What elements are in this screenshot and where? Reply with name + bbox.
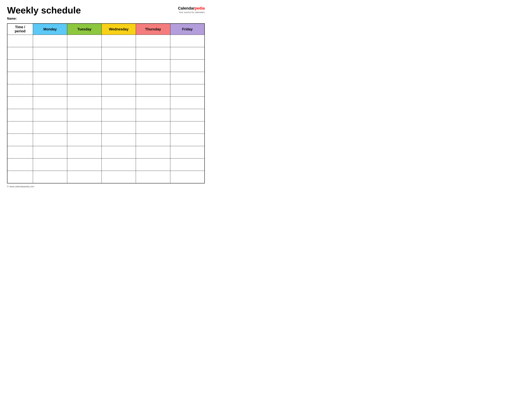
cell-row6-col1[interactable] [7, 97, 33, 109]
cell-row5-col3[interactable] [67, 84, 102, 97]
cell-row9-col5[interactable] [136, 134, 170, 146]
cell-row1-col2[interactable] [33, 35, 67, 47]
table-row [7, 109, 205, 121]
table-row [7, 158, 205, 171]
footer-text: © www.calendarpedia.com [7, 185, 34, 188]
table-row [7, 171, 205, 183]
cell-row9-col6[interactable] [170, 134, 205, 146]
cell-row5-col5[interactable] [136, 84, 170, 97]
logo-calendar: Calendar [178, 6, 195, 10]
cell-row5-col1[interactable] [7, 84, 33, 97]
cell-row3-col5[interactable] [136, 59, 170, 72]
cell-row7-col6[interactable] [170, 109, 205, 121]
cell-row12-col5[interactable] [136, 171, 170, 183]
col-header-wednesday: Wednesday [101, 24, 136, 35]
cell-row11-col5[interactable] [136, 158, 170, 171]
cell-row4-col3[interactable] [67, 72, 102, 84]
cell-row7-col4[interactable] [101, 109, 136, 121]
cell-row6-col5[interactable] [136, 97, 170, 109]
cell-row3-col2[interactable] [33, 59, 67, 72]
cell-row4-col1[interactable] [7, 72, 33, 84]
cell-row2-col5[interactable] [136, 47, 170, 59]
cell-row9-col2[interactable] [33, 134, 67, 146]
cell-row12-col2[interactable] [33, 171, 67, 183]
cell-row1-col6[interactable] [170, 35, 205, 47]
cell-row5-col2[interactable] [33, 84, 67, 97]
table-row [7, 59, 205, 72]
cell-row12-col4[interactable] [101, 171, 136, 183]
logo-subtitle: Your source for calendars [178, 11, 205, 14]
table-row [7, 35, 205, 47]
name-label: Name: [7, 17, 205, 20]
cell-row11-col2[interactable] [33, 158, 67, 171]
table-row [7, 134, 205, 146]
table-row [7, 121, 205, 134]
cell-row9-col4[interactable] [101, 134, 136, 146]
schedule-table: Time / period Monday Tuesday Wednesday T… [7, 23, 205, 183]
col-header-monday: Monday [33, 24, 67, 35]
cell-row12-col6[interactable] [170, 171, 205, 183]
cell-row3-col4[interactable] [101, 59, 136, 72]
col-header-time: Time / period [7, 24, 33, 35]
cell-row6-col3[interactable] [67, 97, 102, 109]
col-header-tuesday: Tuesday [67, 24, 102, 35]
table-row [7, 84, 205, 97]
cell-row11-col3[interactable] [67, 158, 102, 171]
cell-row3-col3[interactable] [67, 59, 102, 72]
cell-row6-col4[interactable] [101, 97, 136, 109]
cell-row2-col4[interactable] [101, 47, 136, 59]
cell-row7-col5[interactable] [136, 109, 170, 121]
cell-row4-col4[interactable] [101, 72, 136, 84]
cell-row3-col6[interactable] [170, 59, 205, 72]
cell-row1-col1[interactable] [7, 35, 33, 47]
cell-row8-col2[interactable] [33, 121, 67, 134]
cell-row12-col3[interactable] [67, 171, 102, 183]
cell-row3-col1[interactable] [7, 59, 33, 72]
cell-row11-col1[interactable] [7, 158, 33, 171]
cell-row12-col1[interactable] [7, 171, 33, 183]
cell-row10-col5[interactable] [136, 146, 170, 158]
cell-row4-col5[interactable] [136, 72, 170, 84]
cell-row2-col6[interactable] [170, 47, 205, 59]
cell-row5-col4[interactable] [101, 84, 136, 97]
cell-row8-col1[interactable] [7, 121, 33, 134]
logo-container: Calendarpedia Your source for calendars [178, 5, 205, 14]
cell-row4-col6[interactable] [170, 72, 205, 84]
cell-row5-col6[interactable] [170, 84, 205, 97]
cell-row1-col5[interactable] [136, 35, 170, 47]
cell-row2-col1[interactable] [7, 47, 33, 59]
footer: © www.calendarpedia.com [7, 185, 205, 188]
cell-row7-col1[interactable] [7, 109, 33, 121]
page-header: Weekly schedule Calendarpedia Your sourc… [7, 5, 205, 15]
table-row [7, 97, 205, 109]
logo-pedia: pedia [195, 6, 205, 10]
cell-row6-col6[interactable] [170, 97, 205, 109]
table-header-row: Time / period Monday Tuesday Wednesday T… [7, 24, 205, 35]
cell-row6-col2[interactable] [33, 97, 67, 109]
cell-row1-col4[interactable] [101, 35, 136, 47]
cell-row2-col3[interactable] [67, 47, 102, 59]
cell-row10-col4[interactable] [101, 146, 136, 158]
col-header-thursday: Thursday [136, 24, 170, 35]
cell-row9-col3[interactable] [67, 134, 102, 146]
cell-row9-col1[interactable] [7, 134, 33, 146]
table-row [7, 47, 205, 59]
cell-row8-col4[interactable] [101, 121, 136, 134]
cell-row10-col3[interactable] [67, 146, 102, 158]
cell-row8-col5[interactable] [136, 121, 170, 134]
cell-row1-col3[interactable] [67, 35, 102, 47]
cell-row10-col1[interactable] [7, 146, 33, 158]
cell-row8-col3[interactable] [67, 121, 102, 134]
page-title: Weekly schedule [7, 5, 81, 15]
cell-row2-col2[interactable] [33, 47, 67, 59]
cell-row11-col6[interactable] [170, 158, 205, 171]
cell-row11-col4[interactable] [101, 158, 136, 171]
cell-row4-col2[interactable] [33, 72, 67, 84]
cell-row8-col6[interactable] [170, 121, 205, 134]
cell-row10-col2[interactable] [33, 146, 67, 158]
cell-row10-col6[interactable] [170, 146, 205, 158]
logo-text: Calendarpedia [178, 6, 205, 11]
table-row [7, 72, 205, 84]
cell-row7-col2[interactable] [33, 109, 67, 121]
cell-row7-col3[interactable] [67, 109, 102, 121]
